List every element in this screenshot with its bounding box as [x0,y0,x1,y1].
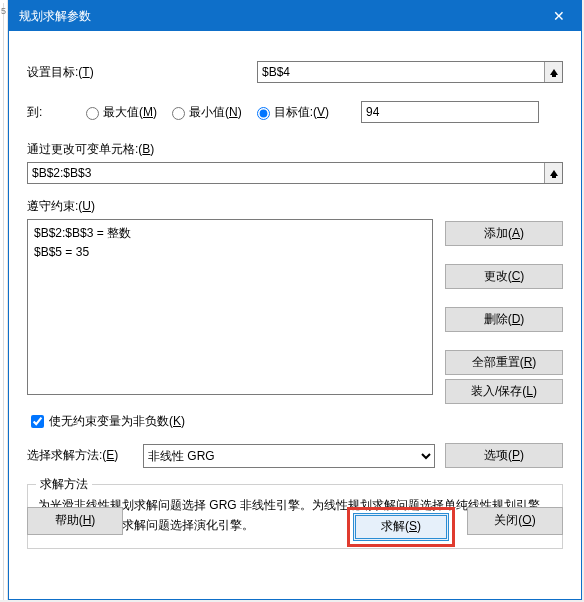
radio-min-input[interactable] [172,107,185,120]
constraint-item[interactable]: $B$5 = 35 [34,243,426,262]
solve-highlight: 求解(S) [347,507,455,547]
constraint-item[interactable]: $B$2:$B$3 = 整数 [34,224,426,243]
load-save-button[interactable]: 装入/保存(L) [445,379,563,404]
titlebar: 规划求解参数 ✕ [9,1,581,31]
radio-max[interactable]: 最大值(M) [81,104,157,121]
radio-min[interactable]: 最小值(N) [167,104,242,121]
close-icon[interactable]: ✕ [536,1,581,31]
solve-button[interactable]: 求解(S) [353,513,449,541]
method-select[interactable]: 非线性 GRG [143,444,435,468]
constraints-listbox[interactable]: $B$2:$B$3 = 整数$B$5 = 35 [27,219,433,395]
set-target-row: 设置目标:(T) [27,61,563,83]
help-button[interactable]: 帮助(H) [27,507,123,535]
change-button[interactable]: 更改(C) [445,264,563,289]
target-range-selector-icon[interactable] [544,62,562,82]
change-cells-range-selector-icon[interactable] [544,163,562,183]
delete-button[interactable]: 删除(D) [445,307,563,332]
set-target-label: 设置目标:(T) [27,64,257,81]
dialog-window: 规划求解参数 ✕ 设置目标:(T) 到: 最大值(M) 最小值(N) [8,0,582,600]
background-edge: 5 [0,0,8,600]
radio-value[interactable]: 目标值:(V) [252,104,329,121]
reset-all-button[interactable]: 全部重置(R) [445,350,563,375]
constraint-buttons: 添加(A) 更改(C) 删除(D) 全部重置(R) 装入/保存(L) [445,219,563,404]
radio-value-input[interactable] [257,107,270,120]
target-input-wrapper [257,61,563,83]
to-row: 到: 最大值(M) 最小值(N) 目标值:(V) [27,101,563,123]
options-button[interactable]: 选项(P) [445,443,563,468]
constraints-label: 遵守约束:(U) [27,198,563,215]
close-button[interactable]: 关闭(O) [467,507,563,535]
add-button[interactable]: 添加(A) [445,221,563,246]
nonneg-row: 使无约束变量为非负数(K) [27,412,563,431]
method-row: 选择求解方法:(E) 非线性 GRG 选项(P) [27,443,563,468]
dialog-title: 规划求解参数 [19,8,91,25]
change-cells-label: 通过更改可变单元格:(B) [27,141,563,158]
dialog-content: 设置目标:(T) 到: 最大值(M) 最小值(N) 目标值 [9,31,581,559]
target-input[interactable] [258,62,544,82]
objective-radio-group: 最大值(M) 最小值(N) 目标值:(V) [81,104,335,121]
change-cells-input-wrapper [27,162,563,184]
method-label: 选择求解方法:(E) [27,447,133,464]
nonneg-label: 使无约束变量为非负数(K) [49,413,185,430]
to-label: 到: [27,104,75,121]
radio-max-input[interactable] [86,107,99,120]
change-cells-input[interactable] [28,163,544,183]
nonneg-checkbox[interactable] [31,415,44,428]
constraints-area: $B$2:$B$3 = 整数$B$5 = 35 添加(A) 更改(C) 删除(D… [27,219,563,404]
target-value-input[interactable] [361,101,539,123]
groupbox-legend: 求解方法 [36,476,92,493]
bottom-button-row: 帮助(H) 求解(S) 关闭(O) [27,507,563,547]
